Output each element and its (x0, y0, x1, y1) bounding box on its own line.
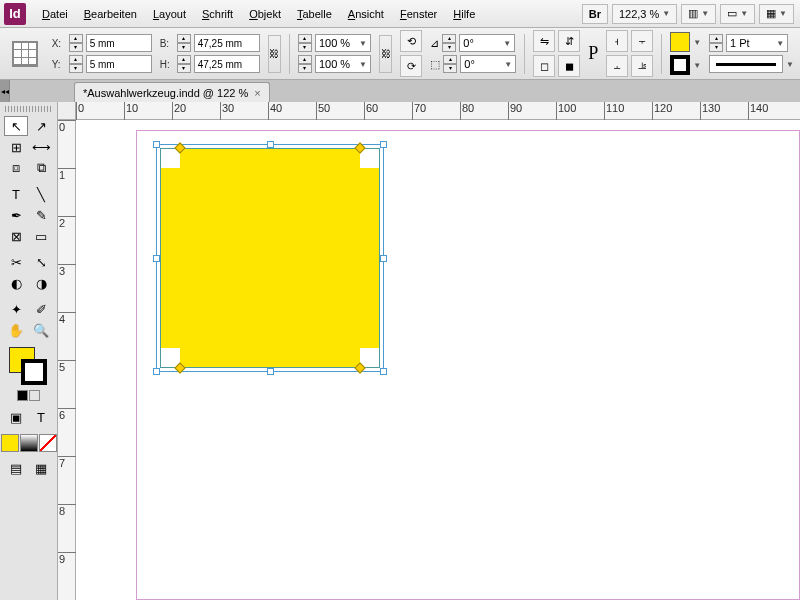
flip-v-button[interactable]: ⇵ (558, 30, 580, 52)
view-mode-button[interactable]: ▥ ▼ (681, 4, 716, 24)
paragraph-icon: P (588, 43, 598, 64)
stroke-swatch[interactable] (670, 55, 690, 75)
handle-tr[interactable] (380, 141, 387, 148)
handle-bl[interactable] (153, 368, 160, 375)
hand-tool[interactable]: ✋ (4, 320, 28, 340)
handle-t[interactable] (267, 141, 274, 148)
handle-br[interactable] (380, 368, 387, 375)
rotate-ccw-button[interactable]: ⟲ (400, 30, 422, 52)
shear-spinner[interactable]: ▴▾ (443, 55, 457, 73)
gap-tool[interactable]: ⟷ (29, 137, 53, 157)
handle-r[interactable] (380, 255, 387, 262)
h-spinner[interactable]: ▴▾ (177, 55, 191, 73)
menu-layout[interactable]: Layout (145, 4, 194, 24)
fill-swatch[interactable] (670, 32, 690, 52)
panel-grip[interactable] (5, 106, 53, 112)
scalex-spinner[interactable]: ▴▾ (298, 34, 312, 52)
rot-spinner[interactable]: ▴▾ (442, 34, 456, 52)
panel-toggle[interactable]: ◂◂ (0, 80, 10, 102)
swap-fs-icon[interactable] (29, 390, 40, 401)
horizontal-ruler[interactable]: 0102030405060708090100110120130140 (76, 102, 800, 120)
handle-tl[interactable] (153, 141, 160, 148)
gradient-swatch-tool[interactable]: ◐ (4, 273, 28, 293)
handle-b[interactable] (267, 368, 274, 375)
w-spinner[interactable]: ▴▾ (177, 34, 191, 52)
apply-color-button[interactable] (1, 434, 19, 452)
flip-h-button[interactable]: ⇋ (533, 30, 555, 52)
content-placer-tool[interactable]: ⧉ (29, 158, 53, 178)
menu-datei[interactable]: Datei (34, 4, 76, 24)
formatting-container-button[interactable]: ▣ (4, 407, 28, 427)
normal-view-button[interactable]: ▤ (4, 458, 28, 478)
select-content-button[interactable]: ◼ (558, 55, 580, 77)
scale-x-input[interactable]: 100 %▼ (315, 34, 371, 52)
preview-button[interactable]: ▦ (29, 458, 53, 478)
document-canvas[interactable]: 0102030405060708090100110120130140 01234… (58, 102, 800, 600)
y-spinner[interactable]: ▴▾ (69, 55, 83, 73)
zoom-level-select[interactable]: 122,3 %▼ (612, 4, 677, 24)
type-tool[interactable]: T (4, 184, 28, 204)
handle-l[interactable] (153, 255, 160, 262)
screen-mode-button[interactable]: ▭ ▼ (720, 4, 755, 24)
apply-none-button[interactable] (39, 434, 57, 452)
default-fs-icon[interactable] (17, 390, 28, 401)
ruler-origin[interactable] (58, 102, 76, 120)
arrange-button[interactable]: ▦ ▼ (759, 4, 794, 24)
y-input[interactable] (87, 59, 151, 70)
rectangle-tool[interactable]: ▭ (29, 226, 53, 246)
bridge-button[interactable]: Br (582, 4, 608, 24)
pen-tool[interactable]: ✒ (4, 205, 28, 225)
scale-y-input[interactable]: 100 %▼ (315, 55, 371, 73)
menu-bearbeiten[interactable]: Bearbeiten (76, 4, 145, 24)
line-tool[interactable]: ╲ (29, 184, 53, 204)
selected-object[interactable] (160, 148, 380, 368)
scaley-spinner[interactable]: ▴▾ (298, 55, 312, 73)
apply-gradient-button[interactable] (20, 434, 38, 452)
h-label: H: (160, 59, 174, 70)
scissors-tool[interactable]: ✂ (4, 252, 28, 272)
rectangle-frame-tool[interactable]: ⊠ (4, 226, 28, 246)
strokew-spinner[interactable]: ▴▾ (709, 34, 723, 52)
rotate-input[interactable]: 0°▼ (459, 34, 515, 52)
pencil-tool[interactable]: ✎ (29, 205, 53, 225)
zoom-tool[interactable]: 🔍 (29, 320, 53, 340)
align-2[interactable]: ⫟ (631, 30, 653, 52)
free-transform-tool[interactable]: ⤡ (29, 252, 53, 272)
formatting-text-button[interactable]: T (29, 407, 53, 427)
select-container-button[interactable]: ◻ (533, 55, 555, 77)
x-spinner[interactable]: ▴▾ (69, 34, 83, 52)
note-tool[interactable]: ✦ (4, 299, 28, 319)
selection-tool[interactable]: ↖ (4, 116, 28, 136)
fill-stroke-widget[interactable] (9, 347, 49, 387)
vertical-ruler[interactable]: 0123456789 (58, 120, 76, 600)
reference-point[interactable] (12, 41, 38, 67)
document-tab[interactable]: *Auswahlwerkzeug.indd @ 122 % × (74, 82, 270, 102)
align-4[interactable]: ⫡ (631, 55, 653, 77)
h-input[interactable] (195, 59, 259, 70)
stroke-color-box[interactable] (21, 359, 47, 385)
tab-close-icon[interactable]: × (254, 87, 260, 99)
page-tool[interactable]: ⊞ (4, 137, 28, 157)
menu-fenster[interactable]: Fenster (392, 4, 445, 24)
link-wh-icon[interactable]: ⛓ (268, 35, 281, 73)
menu-hilfe[interactable]: Hilfe (445, 4, 483, 24)
menu-objekt[interactable]: Objekt (241, 4, 289, 24)
align-3[interactable]: ⫠ (606, 55, 628, 77)
rotate-cw-button[interactable]: ⟳ (400, 55, 422, 77)
menu-bar: Id Datei Bearbeiten Layout Schrift Objek… (0, 0, 800, 28)
gradient-feather-tool[interactable]: ◑ (29, 273, 53, 293)
link-scale-icon[interactable]: ⛓ (379, 35, 392, 73)
document-tab-bar: *Auswahlwerkzeug.indd @ 122 % × (0, 80, 800, 102)
shear-input[interactable]: 0°▼ (460, 55, 516, 73)
stroke-weight-input[interactable]: 1 Pt▼ (726, 34, 788, 52)
content-collector-tool[interactable]: ⧈ (4, 158, 28, 178)
menu-tabelle[interactable]: Tabelle (289, 4, 340, 24)
menu-ansicht[interactable]: Ansicht (340, 4, 392, 24)
eyedropper-tool[interactable]: ✐ (29, 299, 53, 319)
w-input[interactable] (195, 38, 259, 49)
stroke-style-select[interactable] (709, 55, 783, 73)
x-input[interactable] (87, 38, 151, 49)
menu-schrift[interactable]: Schrift (194, 4, 241, 24)
align-1[interactable]: ⫞ (606, 30, 628, 52)
direct-selection-tool[interactable]: ↗ (29, 116, 53, 136)
